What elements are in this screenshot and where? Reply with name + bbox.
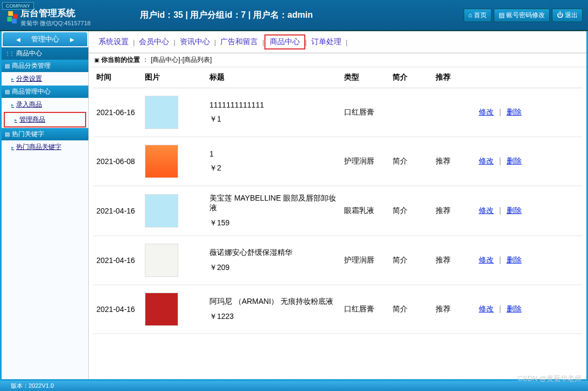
cell-rec: 推荐 [432, 186, 475, 236]
sidebar-section-header: 商品分类管理 [2, 60, 88, 72]
sidebar-link[interactable]: 管理商品 [4, 112, 86, 127]
home-button[interactable]: ⌂首页 [464, 9, 492, 22]
col-time: 时间 [93, 67, 142, 88]
edit-link[interactable]: 修改 [479, 157, 494, 165]
cell-actions: 修改|删除 [475, 285, 582, 334]
edit-link[interactable]: 修改 [479, 304, 494, 313]
cell-rec: 推荐 [432, 285, 475, 334]
sidebar-link[interactable]: 分类设置 [2, 72, 88, 86]
footer: 版本：2022V1.0 [0, 381, 588, 391]
product-thumb [145, 145, 178, 178]
cell-img [142, 285, 206, 334]
cell-type: 护理润唇 [341, 137, 389, 186]
sidebar-link[interactable]: 热门商品关键字 [2, 140, 88, 154]
product-thumb [145, 96, 178, 129]
delete-link[interactable]: 删除 [507, 108, 522, 116]
cell-type: 口红唇膏 [341, 285, 389, 334]
tab-会员中心[interactable]: 会员中心 [135, 36, 173, 48]
delete-link[interactable]: 删除 [507, 157, 522, 165]
table-row: 2021-04-16阿玛尼 （ARMANI） 无痕持妆粉底液￥1223口红唇膏简… [93, 285, 582, 334]
cell-img [142, 137, 206, 186]
chevron-left-icon[interactable]: ◀ [16, 37, 20, 42]
product-thumb [145, 244, 178, 277]
cell-title: 薇诺娜安心舒缓保湿精华￥209 [206, 236, 341, 285]
cell-img [142, 88, 206, 137]
cell-actions: 修改|删除 [475, 88, 582, 137]
cell-intro [389, 88, 432, 137]
tab-系统设置[interactable]: 系统设置 [94, 36, 133, 48]
cell-img [142, 186, 206, 236]
table-row: 2021-06-081￥2护理润唇简介推荐修改|删除 [93, 137, 582, 186]
password-button[interactable]: ▤账号密码修改 [494, 9, 550, 22]
cell-title: 1￥2 [206, 137, 341, 186]
cell-intro: 简介 [389, 186, 432, 236]
table-row: 2021-04-16薇诺娜安心舒缓保湿精华￥209护理润唇简介推荐修改|删除 [93, 236, 582, 285]
cell-img [142, 236, 206, 285]
table-row: 2021-06-161111111111111￥1口红唇膏修改|删除 [93, 88, 582, 137]
table-row: 2021-04-16美宝莲 MAYBELLINE 眼部及唇部卸妆液￥159眼霜乳… [93, 186, 582, 236]
product-thumb [145, 293, 178, 326]
edit-link[interactable]: 修改 [479, 255, 494, 264]
chevron-right-icon[interactable]: ▶ [70, 37, 74, 42]
cell-intro: 简介 [389, 137, 432, 186]
cell-title: 美宝莲 MAYBELLINE 眼部及唇部卸妆液￥159 [206, 186, 341, 236]
cell-time: 2021-04-16 [93, 186, 142, 236]
home-icon: ⌂ [468, 11, 472, 19]
sidebar-center-label: 商品中心 [2, 47, 88, 60]
logo-icon [5, 10, 20, 25]
col-img: 图片 [142, 67, 206, 88]
tab-资讯中心[interactable]: 资讯中心 [176, 36, 214, 48]
logout-button[interactable]: ⏻退出 [552, 9, 583, 22]
sidebar-section-header: 热门关键字 [2, 128, 88, 140]
cell-rec: 推荐 [432, 137, 475, 186]
list-icon: ▤ [499, 11, 505, 19]
col-title: 标题 [206, 67, 341, 88]
cell-rec: 推荐 [432, 236, 475, 285]
col-type: 类型 [341, 67, 389, 88]
cell-time: 2021-04-16 [93, 285, 142, 334]
product-thumb [145, 194, 178, 228]
sidebar: ◀ 管理中心 ▶ 商品中心 商品分类管理分类设置商品管理中心录入商品管理商品热门… [2, 31, 89, 379]
sidebar-title: ◀ 管理中心 ▶ [3, 32, 87, 46]
cell-time: 2021-06-08 [93, 137, 142, 186]
user-info: 用户id：35 | 用户分组id：7 | 用户名：admin [140, 10, 313, 21]
cell-type: 口红唇膏 [341, 88, 389, 137]
col-intro: 简介 [389, 67, 432, 88]
tab-订单处理[interactable]: 订单处理 [307, 36, 346, 48]
cell-type: 护理润唇 [341, 236, 389, 285]
app-subtitle: 黄菊华 微信/QQ:45157718 [20, 19, 90, 27]
tab-广告和留言[interactable]: 广告和留言 [216, 36, 262, 48]
col-rec: 推荐 [432, 67, 475, 88]
svg-rect-2 [8, 17, 12, 22]
cell-actions: 修改|删除 [475, 137, 582, 186]
cell-intro: 简介 [389, 236, 432, 285]
sidebar-link[interactable]: 录入商品 [2, 98, 88, 111]
cell-title: 阿玛尼 （ARMANI） 无痕持妆粉底液￥1223 [206, 285, 341, 334]
sidebar-section-header: 商品管理中心 [2, 86, 88, 98]
cell-actions: 修改|删除 [475, 236, 582, 285]
edit-link[interactable]: 修改 [479, 108, 494, 116]
svg-rect-1 [13, 14, 18, 19]
col-ops [475, 67, 582, 88]
svg-rect-3 [12, 19, 17, 24]
cell-intro: 简介 [389, 285, 432, 334]
delete-link[interactable]: 删除 [507, 255, 522, 264]
power-icon: ⏻ [557, 11, 563, 19]
product-table: 时间 图片 标题 类型 简介 推荐 2021-06-16111111111111… [93, 67, 582, 334]
tab-商品中心[interactable]: 商品中心 [264, 34, 305, 49]
breadcrumb: 你当前的位置：[商品中心]-[商品列表] [89, 53, 586, 67]
app-header: COMPANY 后台管理系统 黄菊华 微信/QQ:45157718 用户id：3… [0, 0, 588, 31]
cell-rec [432, 88, 475, 137]
delete-link[interactable]: 删除 [507, 206, 522, 215]
cell-time: 2021-04-16 [93, 236, 142, 285]
cell-type: 眼霜乳液 [341, 186, 389, 236]
edit-link[interactable]: 修改 [479, 206, 494, 215]
svg-rect-0 [8, 11, 13, 16]
cell-actions: 修改|删除 [475, 186, 582, 236]
watermark: CSDN @黄菊华老师 [517, 374, 582, 383]
company-tag: COMPANY [2, 2, 34, 10]
cell-time: 2021-06-16 [93, 88, 142, 137]
cell-title: 1111111111111￥1 [206, 88, 341, 137]
delete-link[interactable]: 删除 [507, 304, 522, 313]
top-tabs: 系统设置 | 会员中心 | 资讯中心 | 广告和留言 | 商品中心 | 订单处理… [89, 31, 586, 53]
